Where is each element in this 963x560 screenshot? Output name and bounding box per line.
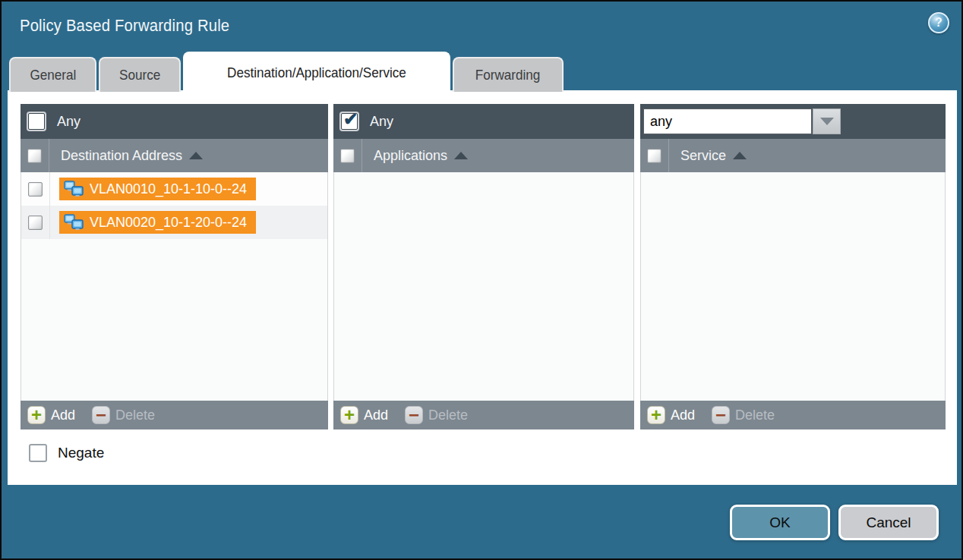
tab-general-label: General (30, 67, 76, 83)
applications-header-label[interactable]: Applications (374, 148, 447, 164)
minus-icon: − (92, 406, 110, 424)
delete-button-label: Delete (735, 407, 775, 423)
service-dropdown-bar (640, 104, 946, 139)
service-column-header: Service (640, 139, 946, 172)
columns-container: Any Destination Address (21, 104, 946, 429)
tab-bar: General Source Destination/Application/S… (9, 52, 564, 92)
dialog-title: Policy Based Forwarding Rule (20, 16, 229, 36)
delete-application-button[interactable]: − Delete (405, 406, 468, 424)
applications-panel: Any Applications + Add − (333, 104, 634, 429)
minus-icon: − (405, 406, 423, 424)
table-row[interactable]: VLAN0020_10-1-20-0--24 (21, 206, 327, 239)
tab-forwarding[interactable]: Forwarding (453, 57, 564, 92)
row-checkbox[interactable] (28, 216, 43, 230)
applications-any-checkbox[interactable] (341, 113, 358, 130)
add-service-button[interactable]: + Add (647, 406, 695, 424)
add-application-button[interactable]: + Add (340, 406, 388, 424)
policy-based-forwarding-dialog: Policy Based Forwarding Rule ? General S… (0, 0, 963, 560)
service-type-combo (643, 109, 841, 134)
applications-list (333, 172, 634, 401)
service-footer: + Add − Delete (640, 401, 946, 429)
sort-ascending-icon[interactable] (189, 152, 203, 159)
applications-header-checkbox-cell (333, 139, 362, 172)
delete-button-label: Delete (428, 407, 468, 423)
plus-icon: + (27, 406, 46, 424)
help-icon[interactable]: ? (928, 12, 949, 33)
service-dropdown-button[interactable] (813, 109, 841, 134)
negate-checkbox[interactable] (29, 444, 47, 462)
tab-source-label: Source (119, 67, 160, 83)
dialog-titlebar: Policy Based Forwarding Rule ? (2, 2, 961, 50)
ok-button[interactable]: OK (730, 505, 830, 540)
cancel-button[interactable]: Cancel (838, 505, 939, 540)
plus-icon: + (340, 406, 358, 424)
destination-any-label: Any (57, 114, 81, 130)
applications-footer: + Add − Delete (333, 401, 634, 429)
row-checkbox[interactable] (28, 182, 43, 197)
delete-button-label: Delete (115, 407, 155, 423)
service-list (640, 172, 946, 401)
add-button-label: Add (51, 407, 75, 423)
destination-any-checkbox[interactable] (28, 113, 45, 130)
minus-icon: − (712, 406, 730, 424)
delete-destination-button[interactable]: − Delete (92, 406, 155, 424)
service-header-checkbox-cell (640, 139, 669, 172)
destination-header-checkbox-cell (21, 139, 49, 172)
applications-select-all-checkbox[interactable] (340, 149, 355, 163)
chevron-down-icon (820, 118, 834, 125)
sort-ascending-icon[interactable] (733, 152, 747, 159)
negate-label: Negate (58, 445, 104, 461)
tab-source[interactable]: Source (99, 57, 181, 92)
delete-service-button[interactable]: − Delete (712, 406, 775, 424)
network-address-icon (64, 214, 84, 231)
service-type-input[interactable] (643, 109, 812, 134)
add-button-label: Add (364, 407, 388, 423)
tab-destination-application-service[interactable]: Destination/Application/Service (183, 52, 450, 92)
destination-list: VLAN0010_10-1-10-0--24 (21, 172, 328, 401)
address-object-name: VLAN0010_10-1-10-0--24 (90, 181, 247, 197)
address-object-chip[interactable]: VLAN0010_10-1-10-0--24 (59, 178, 256, 200)
tab-content-panel: Any Destination Address (8, 90, 957, 485)
network-address-icon (64, 181, 84, 197)
plus-icon: + (647, 406, 665, 424)
destination-footer: + Add − Delete (21, 401, 328, 429)
sort-ascending-icon[interactable] (454, 152, 468, 159)
destination-select-all-checkbox[interactable] (27, 149, 42, 163)
add-button-label: Add (671, 407, 695, 423)
destination-column-header: Destination Address (21, 139, 328, 172)
applications-any-bar: Any (333, 104, 634, 139)
tab-das-label: Destination/Application/Service (227, 64, 406, 81)
applications-column-header: Applications (333, 139, 634, 172)
tab-forwarding-label: Forwarding (475, 67, 541, 83)
destination-address-panel: Any Destination Address (21, 104, 328, 429)
applications-any-label: Any (370, 114, 393, 130)
tab-general[interactable]: General (9, 57, 96, 92)
destination-any-bar: Any (21, 104, 328, 139)
address-object-chip[interactable]: VLAN0020_10-1-20-0--24 (59, 211, 256, 234)
destination-header-label[interactable]: Destination Address (61, 148, 182, 164)
service-panel: Service + Add − Delete (640, 104, 946, 429)
negate-row: Negate (29, 444, 104, 462)
row-checkbox-cell (21, 206, 50, 239)
table-row[interactable]: VLAN0010_10-1-10-0--24 (21, 172, 327, 206)
address-object-name: VLAN0020_10-1-20-0--24 (90, 215, 247, 231)
service-header-label[interactable]: Service (680, 148, 726, 164)
dialog-actions: OK Cancel (730, 505, 939, 540)
add-destination-button[interactable]: + Add (27, 406, 75, 424)
service-select-all-checkbox[interactable] (647, 149, 661, 163)
row-checkbox-cell (21, 172, 50, 206)
